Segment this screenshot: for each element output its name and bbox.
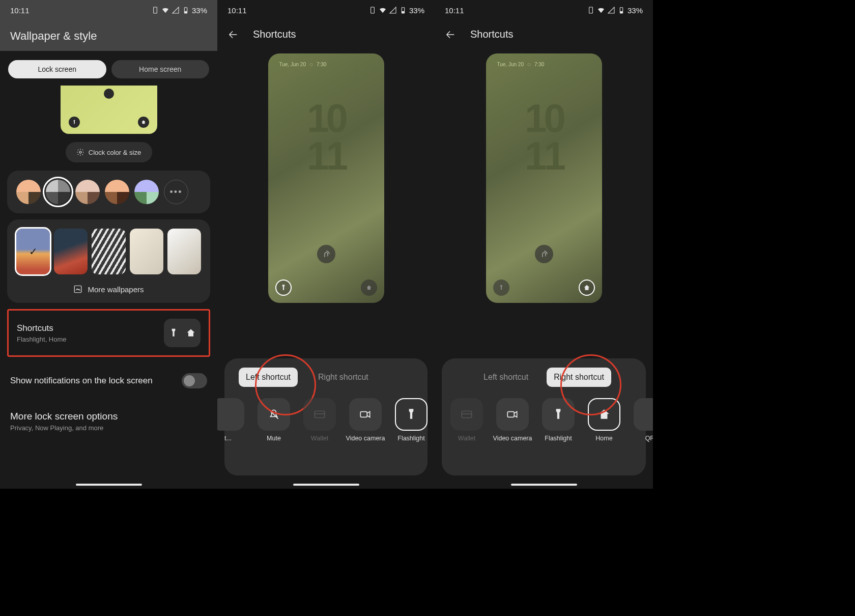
tab-right-shortcut[interactable]: Right shortcut: [547, 368, 611, 387]
wallpaper-icon: [73, 285, 82, 294]
wallpaper-thumb-1[interactable]: [54, 229, 88, 274]
more-lock-screen-options-row[interactable]: More lock screen options Privacy, Now Pl…: [0, 401, 217, 447]
signal-icon: [172, 6, 180, 14]
shortcut-picker-sheet: Left shortcut Right shortcut t... Mute W…: [224, 358, 428, 475]
shortcut-picker-sheet: Left shortcut Right shortcut Wallet Vide…: [442, 358, 646, 475]
preview-date: Tue, Jun 20 7:30: [497, 62, 545, 67]
back-arrow-icon[interactable]: [227, 29, 239, 40]
color-swatch-2[interactable]: [75, 180, 100, 204]
preview-right-shortcut-home: [361, 279, 377, 296]
page-title: Shortcuts: [253, 29, 296, 40]
notifications-toggle[interactable]: [182, 373, 207, 388]
status-time: 10:11: [445, 6, 464, 15]
svg-rect-5: [371, 7, 375, 13]
portrait-icon: [368, 6, 377, 14]
gear-icon: [76, 148, 84, 156]
preview-left-shortcut-flashlight: [493, 279, 509, 296]
preview-date: Tue, Jun 20 7:30: [279, 62, 327, 67]
tab-home-screen[interactable]: Home screen: [111, 60, 210, 78]
svg-point-8: [310, 63, 312, 66]
shortcuts-subtitle: Flashlight, Home: [17, 335, 67, 343]
svg-rect-7: [402, 11, 404, 13]
status-time: 10:11: [227, 6, 247, 15]
nav-handle[interactable]: [511, 484, 577, 486]
screen-tabs: Lock screen Home screen: [0, 51, 217, 86]
nav-handle[interactable]: [293, 484, 359, 486]
page-header: Shortcuts: [435, 20, 653, 48]
wallpaper-thumb-2[interactable]: [92, 229, 125, 274]
status-bar: 10:11 33%: [0, 0, 217, 20]
color-theme-card: •••: [7, 171, 210, 213]
battery-percent: 33%: [192, 6, 207, 15]
wallpaper-thumb-4[interactable]: [167, 229, 201, 274]
signal-icon: [389, 6, 397, 14]
option-video-camera[interactable]: Video camera: [346, 398, 385, 442]
flashlight-icon: [405, 408, 418, 421]
wallpaper-thumb-3[interactable]: [130, 229, 163, 274]
battery-percent: 33%: [628, 6, 643, 15]
more-wallpapers-button[interactable]: More wallpapers: [16, 285, 201, 294]
option-flashlight[interactable]: Flashlight: [538, 398, 578, 442]
check-icon: ✓: [29, 245, 38, 258]
color-swatch-1[interactable]: [46, 180, 70, 204]
nav-handle[interactable]: [76, 484, 142, 486]
lock-screen-preview: Tue, Jun 20 7:30 10 11: [268, 53, 384, 303]
option-home[interactable]: Home: [584, 398, 624, 442]
mute-icon: [267, 408, 280, 421]
preview-clock: 10 11: [307, 99, 345, 175]
screen-3-shortcuts-right: 10:11 33% Shortcuts Tue, Jun 20 7:30 10 …: [435, 0, 653, 489]
lock-preview-fragment: [61, 86, 157, 134]
option-wallet[interactable]: Wallet: [447, 398, 487, 442]
tab-lock-screen[interactable]: Lock screen: [8, 60, 106, 78]
more-colors-button[interactable]: •••: [164, 180, 188, 204]
wallet-icon: [313, 408, 326, 421]
option-video-camera[interactable]: Video camera: [493, 398, 532, 442]
svg-rect-9: [315, 411, 325, 418]
color-swatch-3[interactable]: [105, 180, 129, 204]
home-icon: [597, 408, 611, 421]
wifi-icon: [379, 6, 387, 14]
more-options-subtitle: Privacy, Now Playing, and more: [10, 424, 207, 432]
option-qr-partial[interactable]: QR: [630, 398, 653, 442]
lock-screen-preview: Tue, Jun 20 7:30 10 11: [486, 53, 602, 303]
option-wallet[interactable]: Wallet: [300, 398, 339, 442]
page-title: Wallpaper & style: [10, 30, 207, 43]
back-arrow-icon[interactable]: [445, 29, 456, 40]
home-icon: [186, 328, 196, 338]
video-camera-icon: [506, 408, 519, 421]
tab-right-shortcut[interactable]: Right shortcut: [311, 368, 376, 387]
status-icons: 33%: [368, 6, 424, 15]
option-partial[interactable]: t...: [217, 398, 248, 442]
clock-color-size-button[interactable]: Clock color & size: [66, 142, 152, 162]
screen-1-wallpaper-style: 10:11 33% Wallpaper & style Lock screen …: [0, 0, 217, 489]
status-bar: 10:11 33%: [217, 0, 435, 20]
option-mute[interactable]: Mute: [254, 398, 294, 442]
status-icons: 33%: [151, 6, 207, 15]
tab-left-shortcut[interactable]: Left shortcut: [476, 368, 535, 387]
fingerprint-icon: [317, 245, 335, 263]
flashlight-icon: [552, 408, 565, 421]
more-options-title: More lock screen options: [10, 411, 207, 422]
wallpaper-thumb-0[interactable]: ✓: [16, 229, 50, 274]
battery-icon: [182, 6, 190, 14]
wifi-icon: [597, 6, 605, 14]
color-swatch-4[interactable]: [134, 180, 159, 204]
shortcuts-row-highlighted[interactable]: Shortcuts Flashlight, Home: [7, 309, 210, 357]
preview-clock: 10 11: [525, 99, 563, 175]
svg-rect-12: [589, 7, 593, 13]
alarm-icon: [527, 62, 531, 67]
page-title: Shortcuts: [470, 29, 513, 40]
portrait-icon: [587, 6, 595, 14]
notifications-toggle-row[interactable]: Show notifications on the lock screen: [0, 361, 217, 401]
color-swatch-0[interactable]: [16, 180, 41, 204]
video-camera-icon: [359, 408, 372, 421]
option-flashlight[interactable]: Flashlight: [391, 398, 431, 442]
battery-icon: [617, 6, 625, 14]
svg-rect-18: [507, 412, 514, 417]
fingerprint-icon: [535, 245, 553, 263]
battery-icon: [399, 6, 407, 14]
more-wallpapers-label: More wallpapers: [88, 285, 144, 294]
notifications-label: Show notifications on the lock screen: [10, 376, 153, 386]
tab-left-shortcut[interactable]: Left shortcut: [239, 368, 298, 387]
wallpaper-card: ✓ More wallpapers: [7, 219, 210, 303]
